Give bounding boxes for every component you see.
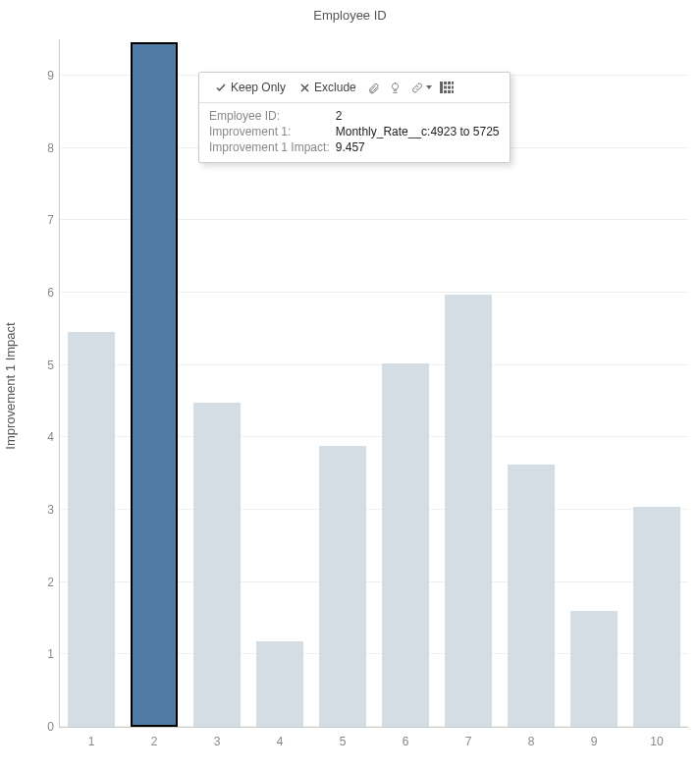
y-axis-label: Improvement 1 Impact: [3, 322, 18, 449]
y-tick-label: 4: [30, 430, 54, 444]
svg-rect-9: [452, 90, 454, 93]
exclude-label: Exclude: [314, 81, 356, 94]
x-tick-label: 3: [186, 735, 248, 748]
y-tick-label: 2: [30, 576, 54, 589]
x-tick-label: 10: [625, 735, 688, 748]
keep-only-button[interactable]: Keep Only: [209, 79, 292, 96]
bar[interactable]: [193, 403, 241, 727]
bar[interactable]: [445, 295, 492, 727]
y-tick-label: 0: [30, 720, 54, 734]
svg-rect-7: [452, 82, 454, 84]
tooltip-row-value: 2: [336, 109, 500, 123]
x-tick-label: 6: [374, 735, 437, 748]
y-tick-label: 8: [30, 141, 54, 155]
svg-rect-3: [444, 90, 447, 93]
chevron-down-icon: [426, 85, 432, 89]
bar[interactable]: [382, 363, 429, 727]
x-tick-label: 2: [123, 735, 186, 748]
y-tick-label: 5: [30, 358, 54, 372]
y-tick-label: 1: [30, 647, 54, 661]
tooltip-row-label: Employee ID:: [209, 109, 330, 123]
tooltip-row-label: Improvement 1:: [209, 125, 330, 138]
bar[interactable]: [131, 42, 178, 727]
check-icon: [215, 82, 227, 93]
tooltip: Keep Only Exclude: [198, 72, 511, 163]
bar[interactable]: [570, 611, 618, 727]
x-tick-label: 4: [248, 735, 311, 748]
x-icon: [299, 83, 310, 93]
svg-rect-5: [448, 86, 451, 89]
tooltip-row-value: Monthly_Rate__c:4923 to 5725: [336, 125, 500, 138]
tooltip-row-label: Improvement 1 Impact:: [209, 140, 330, 154]
tooltip-body: Employee ID: 2 Improvement 1: Monthly_Ra…: [199, 103, 510, 162]
keep-only-label: Keep Only: [231, 81, 286, 94]
bar[interactable]: [68, 332, 115, 727]
bar[interactable]: [319, 446, 366, 727]
exclude-button[interactable]: Exclude: [294, 79, 362, 96]
svg-rect-4: [448, 82, 451, 84]
svg-rect-6: [448, 90, 451, 93]
y-tick-label: 9: [30, 69, 54, 83]
view-data-icon[interactable]: [437, 79, 457, 96]
chart-title: Employee ID: [0, 8, 700, 23]
lightbulb-icon[interactable]: [386, 79, 405, 96]
bar[interactable]: [256, 641, 303, 727]
x-tick-label: 9: [563, 735, 625, 748]
y-tick-label: 3: [30, 503, 54, 517]
bar[interactable]: [633, 507, 680, 727]
svg-rect-8: [452, 86, 454, 89]
svg-rect-2: [444, 86, 447, 89]
tooltip-toolbar: Keep Only Exclude: [199, 73, 510, 103]
link-dropdown-icon[interactable]: [407, 79, 435, 96]
x-tick-label: 7: [437, 735, 500, 748]
y-tick-label: 6: [30, 286, 54, 300]
svg-rect-1: [444, 82, 447, 84]
attachment-icon[interactable]: [364, 79, 384, 96]
x-tick-label: 5: [311, 735, 374, 748]
x-tick-label: 8: [500, 735, 563, 748]
tooltip-row-value: 9.457: [336, 140, 500, 154]
x-tick-label: 1: [60, 735, 123, 748]
svg-rect-0: [440, 82, 443, 93]
y-tick-label: 7: [30, 213, 54, 227]
bar[interactable]: [508, 465, 555, 727]
